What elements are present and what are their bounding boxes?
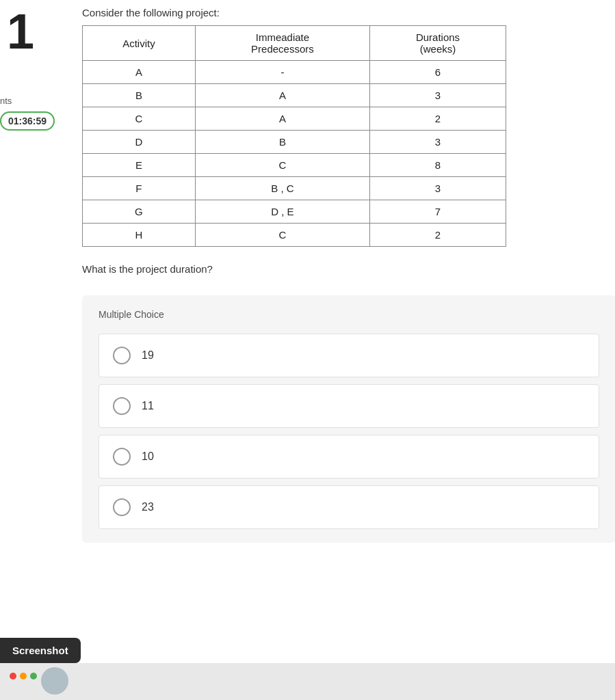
choice-label-3: 23: [142, 501, 154, 513]
table-row: A-6: [83, 61, 506, 84]
table-cell-duration: 7: [370, 200, 506, 224]
table-row: EC8: [83, 154, 506, 177]
table-cell-duration: 8: [370, 154, 506, 177]
mc-label: Multiple Choice: [99, 309, 599, 320]
choice-radio-1[interactable]: [113, 397, 131, 415]
table-cell-duration: 3: [370, 84, 506, 107]
table-cell-activity: H: [83, 224, 196, 247]
table-row: CA2: [83, 107, 506, 131]
table-cell-activity: E: [83, 154, 196, 177]
timer-badge: 01:36:59: [0, 111, 55, 131]
table-cell-duration: 3: [370, 177, 506, 200]
activity-table: Activity Immeadiate Predecessors Duratio…: [82, 25, 506, 247]
table-cell-predecessors: B: [195, 131, 369, 154]
table-cell-activity: D: [83, 131, 196, 154]
table-cell-activity: B: [83, 84, 196, 107]
table-row: FB , C3: [83, 177, 506, 200]
col-header-predecessors: Immeadiate Predecessors: [195, 26, 369, 61]
col-header-durations: Durations (weeks): [370, 26, 506, 61]
dot-green: [30, 673, 37, 679]
window-dots: [10, 673, 37, 679]
table-cell-activity: A: [83, 61, 196, 84]
avatar: [41, 667, 68, 695]
choice-radio-3[interactable]: [113, 498, 131, 516]
col-header-activity: Activity: [83, 26, 196, 61]
table-cell-duration: 2: [370, 224, 506, 247]
table-cell-predecessors: C: [195, 154, 369, 177]
choices-container: 19111023: [99, 334, 599, 529]
table-row: DB3: [83, 131, 506, 154]
table-cell-predecessors: A: [195, 84, 369, 107]
table-cell-predecessors: -: [195, 61, 369, 84]
table-cell-predecessors: B , C: [195, 177, 369, 200]
sidebar-label: nts: [0, 96, 12, 106]
main-content: Consider the following project: Activity…: [62, 0, 615, 556]
table-row: HC2: [83, 224, 506, 247]
bottom-area: [0, 663, 615, 700]
choice-label-0: 19: [142, 349, 154, 362]
consider-text: Consider the following project:: [82, 7, 601, 18]
table-cell-predecessors: C: [195, 224, 369, 247]
choice-row-2[interactable]: 10: [99, 435, 599, 479]
table-cell-activity: G: [83, 200, 196, 224]
choice-radio-0[interactable]: [113, 347, 131, 364]
choice-label-2: 10: [142, 450, 154, 463]
table-row: GD , E7: [83, 200, 506, 224]
choice-label-1: 11: [142, 400, 154, 412]
multiple-choice-section: Multiple Choice 19111023: [82, 295, 615, 543]
question-text: What is the project duration?: [82, 263, 601, 275]
choice-row-3[interactable]: 23: [99, 485, 599, 529]
screenshot-badge: Screenshot: [0, 638, 81, 663]
table-cell-predecessors: A: [195, 107, 369, 131]
table-cell-activity: F: [83, 177, 196, 200]
table-cell-activity: C: [83, 107, 196, 131]
dot-yellow: [20, 673, 27, 679]
choice-row-0[interactable]: 19: [99, 334, 599, 377]
table-cell-duration: 6: [370, 61, 506, 84]
choice-row-1[interactable]: 11: [99, 384, 599, 428]
table-cell-predecessors: D , E: [195, 200, 369, 224]
table-cell-duration: 2: [370, 107, 506, 131]
question-number: 1: [0, 0, 34, 56]
dot-red: [10, 673, 16, 679]
table-row: BA3: [83, 84, 506, 107]
table-cell-duration: 3: [370, 131, 506, 154]
choice-radio-2[interactable]: [113, 448, 131, 466]
left-sidebar: nts 01:36:59: [0, 96, 55, 131]
